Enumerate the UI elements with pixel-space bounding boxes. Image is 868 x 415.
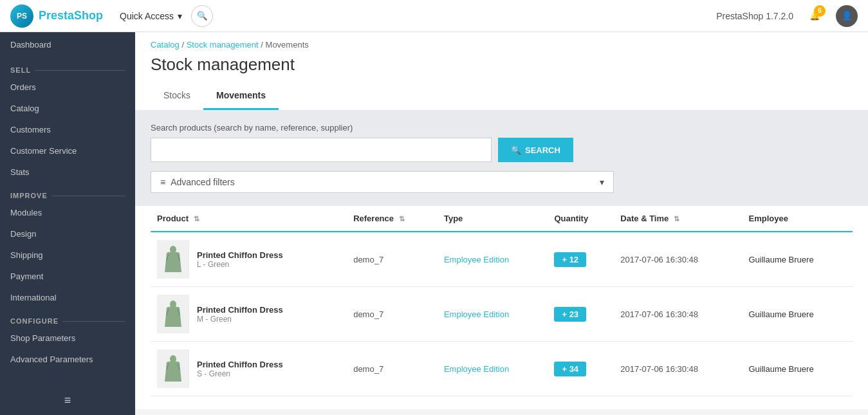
sidebar-item-customers[interactable]: Customers — [0, 119, 135, 140]
cell-reference-2: demo_7 — [347, 342, 438, 396]
product-name-1: Printed Chiffon Dress — [197, 305, 283, 315]
sort-icon-date[interactable]: ⇅ — [674, 215, 679, 223]
sidebar-item-international[interactable]: International — [0, 287, 135, 308]
sidebar-item-shop-parameters[interactable]: Shop Parameters — [0, 327, 135, 349]
cell-type-1: Employee Edition — [438, 287, 548, 342]
cell-product-1: Printed Chiffon Dress M - Green — [151, 287, 347, 342]
version-label: PrestaShop 1.7.2.0 — [716, 11, 793, 21]
sidebar-item-advanced-parameters[interactable]: Advanced Parameters — [0, 349, 135, 370]
sidebar-item-shipping[interactable]: Shipping — [0, 244, 135, 266]
table-row: Printed Chiffon Dress S - Green demo_7 E… — [151, 342, 853, 396]
search-button[interactable]: 🔍 SEARCH — [498, 138, 573, 162]
breadcrumb-movements: Movements — [266, 40, 309, 50]
table-header: Product ⇅ Reference ⇅ Type Quantity Date… — [151, 206, 853, 232]
content-header: Catalog / Stock management / Movements S… — [135, 32, 868, 110]
notifications-button[interactable]: 🔔 6 — [804, 5, 826, 27]
search-icon: 🔍 — [197, 11, 208, 21]
advanced-filters-button[interactable]: ≡ Advanced filters ▾ — [151, 171, 614, 193]
topbar-nav: Quick Access ▾ 🔍 — [113, 5, 716, 27]
product-name-2: Printed Chiffon Dress — [197, 360, 283, 369]
sidebar-section-configure: CONFIGURE — [0, 308, 135, 327]
sidebar-item-catalog[interactable]: Catalog — [0, 98, 135, 119]
product-variant-0: L - Green — [197, 260, 283, 269]
col-quantity: Quantity — [548, 206, 614, 232]
table-row: Printed Chiffon Dress L - Green demo_7 E… — [151, 232, 853, 287]
logo: PS PrestaShop — [10, 5, 113, 28]
cell-product-2: Printed Chiffon Dress S - Green — [151, 342, 347, 396]
filter-icon: ≡ — [160, 177, 165, 187]
sidebar-section-sell: SELL — [0, 57, 135, 77]
topbar-right: PrestaShop 1.7.2.0 🔔 6 👤 — [716, 5, 858, 27]
sort-icon-product[interactable]: ⇅ — [194, 215, 199, 223]
sidebar-item-orders[interactable]: Orders — [0, 77, 135, 98]
search-label: Search products (search by name, referen… — [151, 123, 853, 133]
col-employee: Employee — [742, 206, 853, 232]
search-btn-icon: 🔍 — [511, 145, 521, 155]
breadcrumb: Catalog / Stock management / Movements — [151, 40, 853, 50]
sidebar-item-modules[interactable]: Modules — [0, 202, 135, 223]
tab-movements[interactable]: Movements — [203, 82, 279, 110]
filters-row: ≡ Advanced filters ▾ — [151, 171, 853, 193]
sidebar-item-design[interactable]: Design — [0, 223, 135, 244]
breadcrumb-catalog[interactable]: Catalog — [151, 40, 180, 50]
cell-product-0: Printed Chiffon Dress L - Green — [151, 232, 347, 287]
cell-type-0: Employee Edition — [438, 232, 548, 287]
sidebar-toggle-button[interactable]: ≡ — [64, 394, 71, 407]
product-variant-1: M - Green — [197, 315, 283, 324]
cell-quantity-1: + 23 — [548, 287, 614, 342]
page-title: Stock management — [151, 55, 853, 75]
col-reference: Reference ⇅ — [347, 206, 438, 232]
sidebar-item-payment[interactable]: Payment — [0, 266, 135, 287]
quick-access-label: Quick Access — [120, 11, 174, 21]
layout: Dashboard SELL Orders Catalog Customers … — [0, 32, 868, 415]
sidebar-footer: ≡ — [0, 386, 135, 415]
main-content: Catalog / Stock management / Movements S… — [135, 32, 868, 415]
cell-reference-0: demo_7 — [347, 232, 438, 287]
cell-employee-1: Guillaume Bruere — [742, 287, 853, 342]
search-row: 🔍 SEARCH — [151, 138, 853, 162]
chevron-down-icon: ▾ — [600, 177, 604, 187]
search-input[interactable] — [151, 138, 492, 162]
cell-quantity-2: + 34 — [548, 342, 614, 396]
logo-icon: PS — [10, 5, 33, 28]
cell-date-1: 2017-07-06 16:30:48 — [614, 287, 742, 342]
table-wrapper: Product ⇅ Reference ⇅ Type Quantity Date… — [151, 206, 853, 396]
col-product: Product ⇅ — [151, 206, 347, 232]
global-search-button[interactable]: 🔍 — [191, 5, 213, 27]
product-name-0: Printed Chiffon Dress — [197, 250, 283, 260]
product-variant-2: S - Green — [197, 369, 283, 378]
tabs: Stocks Movements — [151, 82, 853, 110]
cell-reference-1: demo_7 — [347, 287, 438, 342]
cell-employee-2: Guillaume Bruere — [742, 342, 853, 396]
col-type: Type — [438, 206, 548, 232]
cell-date-0: 2017-07-06 16:30:48 — [614, 232, 742, 287]
search-area: Search products (search by name, referen… — [135, 110, 868, 206]
sidebar-item-stats[interactable]: Stats — [0, 161, 135, 183]
breadcrumb-stock-management[interactable]: Stock management — [187, 40, 259, 50]
advanced-filters-label: Advanced filters — [171, 177, 235, 187]
col-date: Date & Time ⇅ — [614, 206, 742, 232]
cell-quantity-0: + 12 — [548, 232, 614, 287]
cell-date-2: 2017-07-06 16:30:48 — [614, 342, 742, 396]
product-thumbnail-1 — [157, 295, 189, 333]
movements-table: Product ⇅ Reference ⇅ Type Quantity Date… — [151, 206, 853, 396]
table-area: Product ⇅ Reference ⇅ Type Quantity Date… — [135, 206, 868, 409]
topbar: PS PrestaShop Quick Access ▾ 🔍 PrestaSho… — [0, 0, 868, 32]
sidebar-item-dashboard[interactable]: Dashboard — [0, 32, 135, 57]
table-body: Printed Chiffon Dress L - Green demo_7 E… — [151, 232, 853, 396]
tab-stocks[interactable]: Stocks — [151, 82, 203, 110]
table-row: Printed Chiffon Dress M - Green demo_7 E… — [151, 287, 853, 342]
user-menu-button[interactable]: 👤 — [836, 5, 858, 27]
cell-type-2: Employee Edition — [438, 342, 548, 396]
notification-badge: 6 — [814, 5, 826, 17]
sidebar-section-improve: IMPROVE — [0, 183, 135, 202]
sort-icon-reference[interactable]: ⇅ — [399, 215, 405, 223]
search-btn-label: SEARCH — [525, 145, 560, 155]
sidebar-item-customer-service[interactable]: Customer Service — [0, 140, 135, 161]
product-thumbnail-0 — [157, 240, 189, 279]
quick-access-button[interactable]: Quick Access ▾ — [113, 7, 189, 25]
chevron-down-icon: ▾ — [178, 11, 182, 21]
sidebar: Dashboard SELL Orders Catalog Customers … — [0, 32, 135, 415]
logo-text: PrestaShop — [39, 9, 103, 23]
cell-employee-0: Guillaume Bruere — [742, 232, 853, 287]
